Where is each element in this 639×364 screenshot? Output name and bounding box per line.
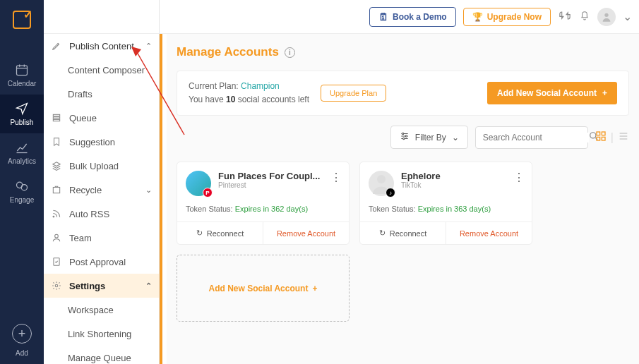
token-status: Token Status: Expires in 362 day(s) [177,202,349,222]
svg-rect-5 [53,119,59,121]
sidebar-queue[interactable]: Queue [44,106,159,130]
chevron-down-icon: ⌄ [145,186,152,195]
pinterest-badge-icon: P [203,188,213,198]
bell-icon[interactable] [579,9,590,25]
rail-add-label: Add [16,349,28,357]
rail-engage[interactable]: Engage [0,172,44,211]
grid-view-icon[interactable] [595,131,607,145]
left-rail: ✓ Calendar Publish Analytics Engage + Ad… [0,0,44,364]
plus-icon: + [602,88,607,98]
upgrade-now-button[interactable]: 🏆 Upgrade Now [463,8,551,26]
trophy-icon: 🏆 [472,12,483,22]
chevron-down-icon[interactable]: ⌄ [623,10,632,23]
sidebar-bulk-upload[interactable]: Bulk Upload [44,154,159,178]
plan-text: Current Plan: Champion You have 10 socia… [189,80,309,107]
account-cards: P Fun Places For Coupl... Pinterest ⋮ To… [177,162,629,245]
toolbar: Filter By ⌄ | [177,126,629,149]
sidebar-label: Publish Content [69,41,134,51]
sliders-icon [400,131,410,143]
sidebar-content-composer[interactable]: Content Composer [44,58,159,82]
svg-point-8 [55,234,59,238]
approval-icon [51,256,62,267]
refresh-icon: ↻ [379,229,386,238]
plus-icon: + [312,284,317,293]
plan-panel: Current Plan: Champion You have 10 socia… [177,71,629,116]
chevron-down-icon: ⌄ [452,133,459,142]
topbar: 🗓 Book a Demo 🏆 Upgrade Now ⌄ [160,0,639,34]
stack-icon [51,160,62,171]
svg-rect-3 [53,114,59,116]
user-icon [51,232,62,243]
page-title: Manage Accounts i [177,45,629,59]
search-box[interactable] [475,126,588,149]
filter-button[interactable]: Filter By ⌄ [390,126,468,149]
demo-icon: 🗓 [378,11,388,23]
rail-publish[interactable]: Publish [0,95,44,133]
sidebar: Publish Content ⌃ Content Composer Draft… [44,0,160,364]
card-menu-icon[interactable]: ⋮ [330,171,342,184]
rail-analytics-label: Analytics [8,157,36,165]
sidebar-recycle[interactable]: Recycle ⌄ [44,178,159,202]
calendar-icon [15,63,29,77]
sidebar-divider [160,34,162,364]
sidebar-suggestion[interactable]: Suggestion [44,130,159,154]
svg-rect-0 [17,66,28,75]
rss-icon [51,208,62,219]
bookmark-icon [51,136,62,147]
svg-point-11 [604,13,608,16]
plus-icon: + [12,324,32,344]
account-avatar: ♪ [369,171,394,196]
reconnect-button[interactable]: ↻ Reconnect [177,222,263,244]
upgrade-plan-button[interactable]: Upgrade Plan [321,85,386,102]
view-toggle: | [595,131,629,145]
feedback-icon[interactable] [558,9,572,25]
svg-point-7 [53,216,54,217]
token-status: Token Status: Expires in 363 day(s) [360,202,532,222]
account-name: Ephelore [401,171,441,181]
svg-point-2 [21,185,27,190]
rail-add[interactable]: + Add [0,317,44,364]
sidebar-team[interactable]: Team [44,226,159,250]
account-card: P Fun Places For Coupl... Pinterest ⋮ To… [177,162,350,245]
svg-point-12 [402,133,403,135]
gear-icon [51,280,62,291]
sidebar-link-shortening[interactable]: Link Shortening [44,322,159,346]
svg-rect-19 [602,137,605,140]
queue-icon [51,112,62,123]
remove-account-button[interactable]: Remove Account [263,222,349,244]
sidebar-post-approval[interactable]: Post Approval [44,250,159,274]
engage-icon [15,179,29,193]
sidebar-auto-rss[interactable]: Auto RSS [44,202,159,226]
sidebar-settings[interactable]: Settings ⌃ [44,274,159,298]
account-name: Fun Places For Coupl... [218,171,320,181]
sidebar-drafts[interactable]: Drafts [44,82,159,106]
search-input[interactable] [483,133,589,142]
sidebar-publish-content[interactable]: Publish Content ⌃ [44,34,159,58]
remove-account-button[interactable]: Remove Account [446,222,532,244]
svg-rect-6 [53,188,59,193]
svg-point-10 [55,284,58,287]
book-demo-button[interactable]: 🗓 Book a Demo [369,7,456,27]
refresh-icon: ↻ [196,229,203,238]
add-social-account-card[interactable]: Add New Social Account + [177,255,350,322]
recycle-icon [51,184,62,195]
analytics-icon [15,140,29,154]
card-menu-icon[interactable]: ⋮ [513,171,525,184]
app-logo[interactable]: ✓ [0,0,44,39]
user-avatar[interactable] [597,8,616,26]
chevron-up-icon: ⌃ [145,42,152,51]
reconnect-button[interactable]: ↻ Reconnect [360,222,446,244]
list-view-icon[interactable] [618,131,629,145]
add-social-account-button[interactable]: Add New Social Account + [487,82,617,104]
rail-analytics[interactable]: Analytics [0,133,44,172]
chevron-up-icon: ⌃ [145,281,152,291]
svg-point-20 [377,175,386,183]
sidebar-workspace[interactable]: Workspace [44,298,159,322]
sidebar-manage-queue[interactable]: Manage Queue [44,346,159,364]
svg-rect-16 [597,132,600,135]
info-icon[interactable]: i [285,47,295,58]
main-content: Manage Accounts i Current Plan: Champion… [167,34,639,364]
rail-calendar[interactable]: Calendar [0,56,44,95]
svg-rect-4 [53,117,59,119]
account-network: Pinterest [218,181,320,189]
